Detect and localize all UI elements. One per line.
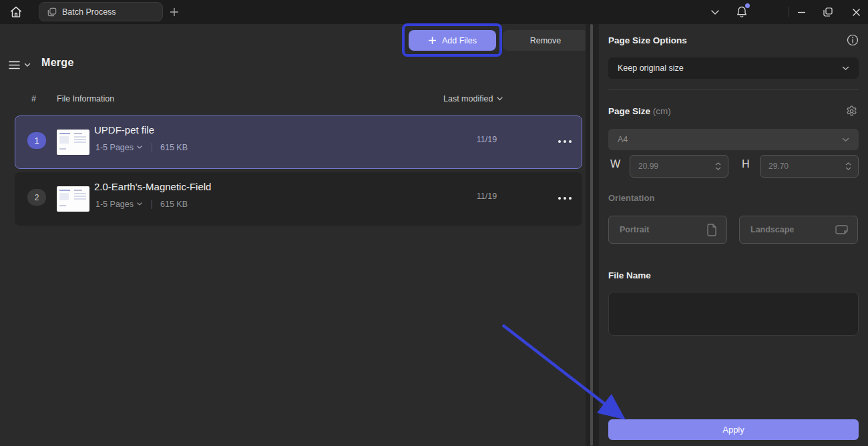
home-icon — [9, 5, 23, 19]
orientation-label: Orientation — [608, 193, 654, 203]
page-size-label-text: Page Size — [608, 106, 650, 116]
more-options-button[interactable] — [550, 130, 580, 154]
chevron-down-icon — [710, 9, 720, 15]
row-index-badge: 1 — [27, 132, 46, 149]
file-table-header: # File Information Last modified — [0, 94, 586, 109]
close-button[interactable] — [846, 3, 866, 21]
pages-range-dropdown[interactable]: 1-5 Pages — [95, 200, 142, 209]
pages-label: 1-5 Pages — [95, 143, 134, 152]
file-thumbnail — [57, 186, 89, 212]
column-header-index: # — [31, 94, 36, 103]
row-index-badge: 2 — [27, 189, 46, 206]
portrait-page-icon — [706, 224, 717, 236]
batch-process-icon — [47, 7, 57, 17]
file-row-2[interactable]: 2 2.0-Earth's-Magnetic-Field 1-5 Pages — [15, 172, 582, 226]
file-name: UPDF-pet file — [94, 124, 154, 136]
last-modified-label: Last modified — [443, 94, 493, 103]
chevron-down-icon — [842, 138, 849, 142]
height-label: H — [742, 158, 750, 170]
file-meta: 1-5 Pages 615 KB — [95, 200, 188, 209]
window-menu-button[interactable] — [705, 3, 725, 21]
chevron-down-icon — [845, 167, 851, 170]
tab-batch-process[interactable]: Batch Process — [39, 2, 163, 21]
page-title: Merge — [41, 57, 74, 69]
restore-icon — [823, 7, 833, 17]
chevron-down-icon — [842, 66, 849, 71]
landscape-label: Landscape — [750, 225, 794, 234]
file-name: 2.0-Earth's-Magnetic-Field — [94, 181, 211, 192]
height-value: 29.70 — [769, 162, 789, 171]
width-value: 20.99 — [638, 162, 658, 171]
merge-menu-button[interactable] — [8, 56, 37, 73]
titlebar: Batch Process — [0, 0, 868, 24]
file-size: 615 KB — [152, 143, 188, 152]
preset-value: A4 — [618, 135, 628, 144]
more-options-button[interactable] — [550, 186, 580, 210]
tab-label: Batch Process — [62, 7, 116, 17]
minimize-button[interactable] — [791, 3, 811, 21]
portrait-label: Portrait — [620, 225, 649, 234]
last-modified-value: 11/19 — [461, 192, 512, 201]
width-stepper[interactable] — [715, 162, 721, 170]
last-modified-value: 11/19 — [461, 135, 512, 144]
height-stepper[interactable] — [845, 162, 851, 170]
chevron-up-icon — [845, 162, 851, 166]
portrait-button[interactable]: Portrait — [608, 216, 727, 244]
column-header-last-modified[interactable]: Last modified — [443, 94, 503, 103]
chevron-down-icon — [137, 146, 142, 150]
hamburger-menu-icon — [8, 60, 21, 70]
apply-button[interactable]: Apply — [608, 419, 859, 440]
notification-dot — [745, 3, 750, 8]
notifications-button[interactable] — [732, 3, 752, 21]
add-files-button[interactable]: Add Files — [409, 30, 496, 51]
file-size: 615 KB — [152, 200, 188, 209]
sort-chevron-icon — [497, 97, 503, 101]
page-size-mode-select[interactable]: Keep original size — [608, 57, 859, 79]
pane-splitter[interactable] — [590, 24, 593, 446]
restore-button[interactable] — [818, 3, 838, 21]
panel-title: Page Size Options — [608, 35, 687, 45]
page-size-options-panel: Page Size Options Keep original size Pag… — [599, 24, 868, 446]
landscape-button[interactable]: Landscape — [739, 216, 858, 244]
chevron-down-icon — [715, 167, 721, 170]
height-input[interactable]: 29.70 — [760, 155, 859, 178]
width-label: W — [610, 158, 620, 170]
remove-button[interactable]: Remove — [503, 30, 588, 51]
page-size-unit: (cm) — [653, 106, 671, 116]
apply-label: Apply — [722, 425, 744, 435]
add-files-label: Add Files — [442, 36, 477, 45]
remove-label: Remove — [530, 36, 562, 45]
file-meta: 1-5 Pages 615 KB — [95, 143, 188, 152]
pages-label: 1-5 Pages — [95, 200, 134, 209]
page-size-preset-select[interactable]: A4 — [608, 129, 859, 150]
landscape-page-icon — [835, 224, 848, 235]
new-tab-button[interactable] — [166, 3, 183, 21]
section-divider — [608, 89, 859, 90]
page-size-label: Page Size (cm) — [608, 106, 671, 116]
file-name-input[interactable] — [608, 292, 859, 336]
chevron-up-icon — [715, 162, 721, 166]
main-pane: Merge Add Files Remove # File Informatio… — [0, 24, 586, 446]
plus-icon — [428, 36, 437, 45]
selected-option-label: Keep original size — [618, 63, 684, 73]
titlebar-separator — [789, 7, 789, 17]
width-input[interactable]: 20.99 — [630, 155, 728, 178]
plus-icon — [169, 7, 180, 17]
column-header-file-information: File Information — [57, 94, 114, 103]
pages-range-dropdown[interactable]: 1-5 Pages — [95, 143, 142, 152]
file-thumbnail — [57, 130, 89, 155]
file-name-label: File Name — [608, 270, 651, 280]
chevron-down-icon — [137, 202, 142, 206]
chevron-down-icon — [24, 63, 31, 67]
close-icon — [852, 8, 861, 17]
info-icon[interactable] — [847, 34, 859, 46]
gear-icon[interactable] — [845, 104, 859, 118]
file-row-1[interactable]: 1 UPDF-pet file 1-5 Pages 615 KB — [15, 116, 582, 169]
app-window: Batch Process — [0, 0, 868, 446]
merge-toolbar: Merge Add Files Remove — [0, 24, 586, 61]
minimize-icon — [797, 8, 806, 17]
home-button[interactable] — [5, 2, 27, 22]
